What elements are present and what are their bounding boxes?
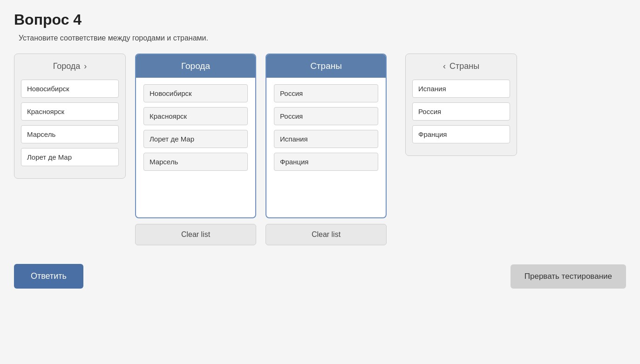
source-countries-item-3[interactable]: Франция — [412, 125, 510, 143]
drop-countries-column: Страны Россия Россия Испания Франция — [266, 54, 387, 218]
drop-countries-body[interactable]: Россия Россия Испания Франция — [266, 78, 386, 217]
clear-countries-button[interactable]: Clear list — [266, 224, 387, 245]
source-countries-item-1[interactable]: Испания — [412, 80, 510, 98]
source-countries-label: Страны — [449, 61, 479, 71]
drop-cities-item-1[interactable]: Новосибирск — [143, 84, 248, 102]
answer-button[interactable]: Ответить — [14, 264, 83, 289]
source-cities-item-1[interactable]: Новосибирск — [21, 80, 119, 98]
drop-countries-item-4[interactable]: Франция — [274, 153, 378, 171]
drop-cities-body[interactable]: Новосибирск Красноярск Лорет де Мар Марс… — [136, 78, 255, 217]
drop-cities-wrapper: Города Новосибирск Красноярск Лорет де М… — [135, 54, 256, 245]
source-cities-column: Города › Новосибирск Красноярск Марсель … — [14, 54, 126, 179]
source-cities-arrow-icon: › — [84, 61, 87, 71]
drop-cities-header: Города — [136, 54, 255, 78]
drop-cities-item-2[interactable]: Красноярск — [143, 107, 248, 125]
interrupt-button[interactable]: Прервать тестирование — [511, 264, 626, 289]
page-title: Вопрос 4 — [14, 11, 626, 28]
drop-countries-wrapper: Страны Россия Россия Испания Франция Cle… — [266, 54, 387, 245]
source-countries-item-2[interactable]: Россия — [412, 102, 510, 121]
drop-countries-item-1[interactable]: Россия — [274, 84, 378, 102]
source-cities-item-4[interactable]: Лорет де Мар — [21, 148, 119, 166]
drop-cities-item-3[interactable]: Лорет де Мар — [143, 130, 248, 148]
drop-countries-header: Страны — [266, 54, 386, 78]
source-countries-column: ‹ Страны Испания Россия Франция — [405, 54, 517, 156]
source-countries-arrow-icon: ‹ — [443, 61, 446, 71]
drop-countries-item-3[interactable]: Испания — [274, 130, 378, 148]
clear-cities-button[interactable]: Clear list — [135, 224, 256, 245]
subtitle: Установите соответствие между городами и… — [14, 34, 626, 42]
drop-cities-item-4[interactable]: Марсель — [143, 153, 248, 171]
drop-cities-column: Города Новосибирск Красноярск Лорет де М… — [135, 54, 256, 218]
source-cities-item-2[interactable]: Красноярск — [21, 102, 119, 121]
source-cities-item-3[interactable]: Марсель — [21, 125, 119, 143]
drop-countries-item-2[interactable]: Россия — [274, 107, 378, 125]
source-cities-label: Города — [53, 61, 81, 71]
